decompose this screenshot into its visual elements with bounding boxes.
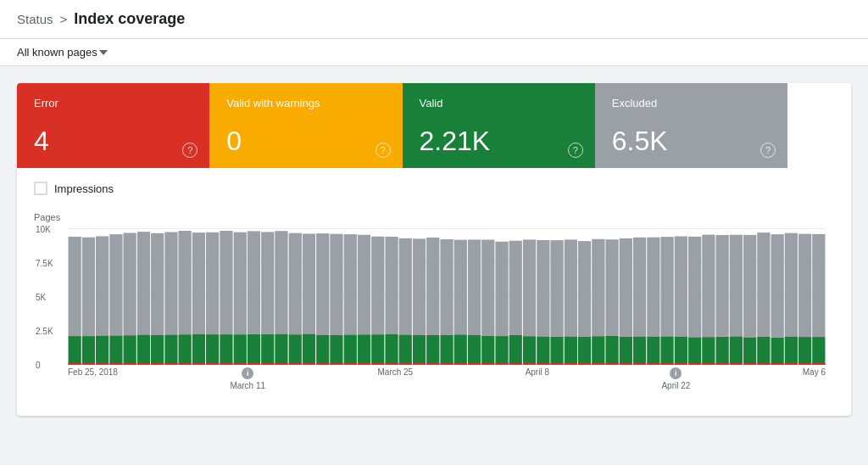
svg-rect-26 (179, 363, 192, 365)
svg-rect-17 (137, 363, 150, 365)
chevron-down-icon (99, 50, 108, 55)
impressions-checkbox[interactable] (34, 182, 47, 195)
svg-rect-61 (344, 334, 357, 365)
svg-rect-18 (151, 233, 164, 335)
svg-rect-13 (124, 335, 136, 365)
breadcrumb-separator: > (60, 12, 68, 26)
svg-rect-74 (399, 363, 412, 365)
help-icon-excluded[interactable]: ? (760, 143, 776, 158)
svg-rect-100 (523, 336, 536, 365)
svg-rect-102 (537, 240, 549, 337)
svg-rect-105 (550, 240, 563, 337)
svg-rect-99 (523, 239, 536, 336)
svg-rect-152 (757, 363, 770, 365)
svg-rect-83 (440, 363, 453, 365)
svg-rect-93 (495, 242, 508, 337)
y-axis-label: Pages (34, 212, 60, 222)
svg-rect-38 (234, 363, 247, 365)
svg-rect-12 (124, 233, 136, 336)
marker-dot-apr22: i (670, 367, 682, 379)
svg-rect-144 (730, 235, 743, 337)
svg-rect-10 (109, 335, 122, 365)
svg-rect-82 (440, 335, 453, 365)
svg-rect-129 (660, 237, 673, 336)
svg-rect-55 (316, 335, 329, 365)
svg-rect-28 (192, 334, 205, 365)
svg-rect-0 (69, 237, 81, 336)
svg-rect-76 (413, 335, 426, 365)
breadcrumb-status[interactable]: Status (17, 12, 53, 26)
svg-rect-7 (96, 336, 108, 366)
page-header: Status > Index coverage (0, 0, 868, 39)
y-label-10k: 10K (36, 225, 51, 234)
stat-label-error: Error (34, 97, 192, 109)
svg-rect-70 (385, 334, 398, 365)
svg-rect-58 (330, 335, 342, 365)
svg-rect-57 (330, 234, 342, 335)
svg-rect-90 (481, 240, 494, 336)
page-title: Index coverage (74, 10, 185, 28)
svg-rect-52 (303, 334, 315, 366)
svg-rect-160 (798, 337, 811, 365)
svg-rect-69 (385, 237, 398, 334)
svg-rect-123 (633, 238, 646, 337)
y-label-5k: 5K (36, 293, 46, 302)
svg-rect-107 (550, 363, 563, 365)
help-icon-error[interactable]: ? (182, 143, 198, 158)
svg-rect-119 (605, 363, 618, 365)
svg-rect-111 (578, 241, 591, 337)
stats-row: Error 4 ? Valid with warnings 0 ? Valid … (17, 83, 851, 168)
svg-rect-48 (289, 233, 302, 335)
svg-rect-67 (371, 334, 384, 365)
svg-rect-78 (426, 238, 439, 335)
svg-rect-128 (647, 363, 659, 365)
svg-rect-138 (702, 235, 715, 338)
svg-rect-127 (647, 337, 659, 365)
x-label-may6: May 6 (803, 367, 826, 390)
svg-rect-143 (716, 363, 729, 365)
help-icon-warning[interactable]: ? (376, 143, 391, 158)
svg-rect-135 (688, 237, 701, 338)
svg-rect-115 (592, 336, 604, 365)
svg-rect-137 (688, 363, 701, 365)
stat-box-error: Error 4 ? (17, 83, 209, 168)
svg-rect-51 (303, 234, 315, 334)
x-axis: Feb 25, 2018 i March 11 March 25 April 8… (68, 367, 826, 390)
stat-box-valid: Valid 2.21K ? (403, 83, 595, 168)
svg-rect-120 (620, 238, 632, 337)
svg-rect-139 (702, 337, 715, 365)
svg-rect-142 (716, 337, 729, 365)
svg-rect-35 (220, 363, 232, 365)
svg-rect-103 (537, 337, 549, 366)
svg-rect-79 (426, 335, 439, 365)
x-label-text-may6: May 6 (803, 367, 826, 377)
svg-rect-97 (509, 335, 522, 365)
svg-rect-155 (771, 363, 784, 365)
stat-label-warning: Valid with warnings (226, 97, 385, 109)
stat-label-excluded: Excluded (612, 97, 771, 109)
svg-rect-153 (771, 234, 784, 338)
svg-rect-91 (481, 336, 494, 365)
stat-value-excluded: 6.5K (612, 127, 771, 154)
svg-rect-20 (151, 363, 164, 365)
svg-rect-133 (675, 337, 687, 366)
help-icon-valid[interactable]: ? (568, 143, 583, 158)
filter-dropdown[interactable]: All known pages (17, 46, 108, 59)
svg-rect-41 (248, 363, 260, 365)
svg-rect-106 (550, 337, 563, 365)
svg-rect-30 (206, 232, 219, 334)
svg-rect-140 (702, 363, 715, 365)
svg-rect-158 (785, 363, 798, 365)
svg-rect-37 (234, 334, 247, 365)
svg-rect-64 (358, 334, 370, 365)
svg-rect-85 (454, 334, 467, 365)
svg-rect-86 (454, 363, 467, 365)
svg-rect-42 (261, 232, 274, 333)
svg-rect-63 (358, 235, 370, 335)
svg-rect-66 (371, 237, 384, 335)
x-label-apr8: April 8 (526, 367, 549, 390)
svg-rect-94 (495, 336, 508, 365)
impressions-row: Impressions (34, 182, 834, 195)
marker-dot-mar11: i (242, 367, 253, 379)
index-coverage-card: Error 4 ? Valid with warnings 0 ? Valid … (17, 83, 851, 416)
